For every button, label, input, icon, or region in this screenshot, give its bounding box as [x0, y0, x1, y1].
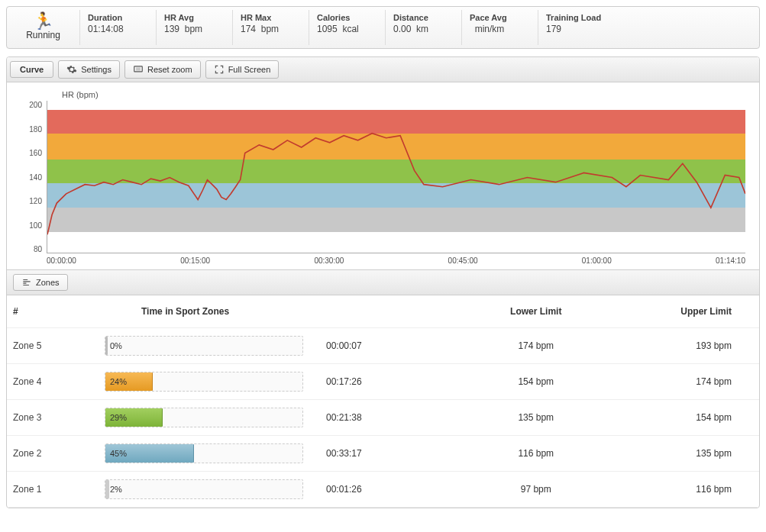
- chart-toolbar: Curve Settings Reset zoom Full Screen: [7, 57, 759, 82]
- reset-zoom-label: Reset zoom: [147, 65, 192, 74]
- hdr-num: #: [13, 306, 105, 317]
- zones-header: Zones: [7, 269, 759, 295]
- zone-time: 00:21:38: [326, 412, 464, 423]
- hdr-bar: Time in Sport Zones: [105, 306, 326, 317]
- chart-plot[interactable]: [47, 101, 745, 253]
- reset-zoom-button[interactable]: Reset zoom: [124, 60, 201, 79]
- pace-label: Pace Avg: [470, 13, 525, 22]
- full-screen-label: Full Screen: [228, 65, 271, 74]
- zone-bar-fill: [105, 480, 109, 498]
- duration-cell: Duration 01:14:08: [80, 10, 157, 45]
- distance-cell: Distance 0.00 km: [386, 10, 462, 45]
- pace-cell: Pace Avg min/km: [462, 10, 538, 45]
- hr-line: [47, 101, 745, 240]
- zones-table: # Time in Sport Zones Lower Limit Upper …: [7, 295, 759, 508]
- zone-lower: 97 bpm: [464, 484, 609, 495]
- gear-icon: [66, 64, 77, 75]
- pace-value: min/km: [470, 24, 525, 34]
- zone-name: Zone 3: [13, 412, 105, 423]
- zone-bar-label: 45%: [110, 449, 127, 458]
- zone-lower: 116 bpm: [464, 448, 609, 459]
- fullscreen-icon: [214, 64, 225, 75]
- summary-bar: 🏃 Running Duration 01:14:08 HR Avg 139 b…: [6, 6, 760, 49]
- x-tick: 00:45:00: [448, 256, 478, 265]
- load-label: Training Load: [546, 13, 603, 22]
- chart-panel: Curve Settings Reset zoom Full Screen HR…: [6, 56, 760, 508]
- y-axis: 20018016014012010080: [21, 101, 47, 253]
- hdr-upper: Upper Limit: [609, 306, 754, 317]
- svg-rect-0: [134, 66, 143, 72]
- zone-row: Zone 245%00:33:17116 bpm135 bpm: [7, 436, 759, 472]
- tab-zones[interactable]: Zones: [13, 274, 68, 291]
- y-tick: 120: [29, 197, 42, 205]
- zone-time: 00:33:17: [326, 448, 464, 459]
- chart-y-title: HR (bpm): [62, 90, 745, 99]
- zone-bar-label: 24%: [110, 377, 127, 386]
- zone-bar-cell: 24%: [105, 372, 326, 392]
- y-tick: 200: [29, 101, 42, 109]
- chart-area: 20018016014012010080: [21, 101, 745, 253]
- x-tick: 00:30:00: [314, 256, 344, 265]
- chart-wrap: HR (bpm) 20018016014012010080 00:00:0000…: [7, 82, 759, 269]
- duration-value: 01:14:08: [88, 24, 144, 34]
- zone-row: Zone 424%00:17:26154 bpm174 bpm: [7, 364, 759, 400]
- bars-icon: [21, 277, 32, 288]
- zone-bar-cell: 0%: [105, 336, 326, 356]
- zone-name: Zone 2: [13, 448, 105, 459]
- zone-time: 00:01:26: [326, 484, 464, 495]
- hr-max-value: 174 bpm: [241, 24, 296, 34]
- load-cell: Training Load 179: [538, 10, 615, 45]
- full-screen-button[interactable]: Full Screen: [205, 60, 280, 79]
- x-axis: 00:00:0000:15:0000:30:0000:45:0001:00:00…: [47, 253, 745, 265]
- zone-bar-cell: 2%: [105, 479, 326, 499]
- calories-value: 1095 kcal: [317, 24, 373, 34]
- y-tick: 140: [29, 173, 42, 182]
- tab-curve[interactable]: Curve: [10, 61, 53, 78]
- settings-label: Settings: [81, 65, 112, 74]
- activity-label: Running: [19, 30, 67, 40]
- zone-upper: 193 bpm: [609, 340, 754, 351]
- x-tick: 01:00:00: [582, 256, 612, 265]
- hr-max-label: HR Max: [241, 13, 296, 22]
- y-tick: 160: [29, 149, 42, 157]
- zone-name: Zone 4: [13, 376, 105, 387]
- zone-bar: 29%: [105, 408, 303, 427]
- zone-time: 00:17:26: [326, 376, 464, 387]
- hr-max-cell: HR Max 174 bpm: [233, 10, 309, 45]
- zone-bar: 2%: [105, 479, 303, 499]
- hr-avg-cell: HR Avg 139 bpm: [157, 10, 233, 45]
- zone-bar-label: 2%: [110, 485, 122, 494]
- x-tick: 01:14:10: [716, 256, 745, 265]
- zone-upper: 154 bpm: [609, 412, 754, 423]
- distance-label: Distance: [393, 13, 449, 22]
- zone-bar: 45%: [105, 443, 303, 463]
- zone-bar: 24%: [105, 372, 303, 392]
- zone-time: 00:00:07: [326, 340, 464, 351]
- zone-lower: 174 bpm: [464, 340, 609, 351]
- zone-bar-cell: 45%: [105, 443, 326, 463]
- zone-name: Zone 1: [13, 484, 105, 495]
- zone-lower: 154 bpm: [464, 376, 609, 387]
- zone-upper: 135 bpm: [609, 448, 754, 459]
- distance-value: 0.00 km: [393, 24, 449, 34]
- x-tick: 00:15:00: [180, 256, 210, 265]
- zones-thead: # Time in Sport Zones Lower Limit Upper …: [7, 295, 759, 328]
- zone-bar-label: 29%: [110, 413, 127, 422]
- settings-button[interactable]: Settings: [58, 60, 120, 79]
- x-tick: 00:00:00: [47, 256, 76, 265]
- hdr-lower: Lower Limit: [464, 306, 609, 317]
- zone-bar-fill: [105, 337, 108, 355]
- zone-bar-label: 0%: [110, 341, 122, 350]
- load-value: 179: [546, 24, 603, 34]
- zone-upper: 116 bpm: [609, 484, 754, 495]
- reset-zoom-icon: [133, 64, 144, 75]
- zone-row: Zone 50%00:00:07174 bpm193 bpm: [7, 328, 759, 364]
- y-tick: 180: [29, 125, 42, 134]
- y-tick: 80: [34, 245, 42, 253]
- zone-name: Zone 5: [13, 340, 105, 351]
- duration-label: Duration: [88, 13, 144, 22]
- y-tick: 100: [29, 221, 42, 230]
- hr-avg-label: HR Avg: [164, 13, 220, 22]
- zone-bar-cell: 29%: [105, 408, 326, 427]
- calories-cell: Calories 1095 kcal: [309, 10, 386, 45]
